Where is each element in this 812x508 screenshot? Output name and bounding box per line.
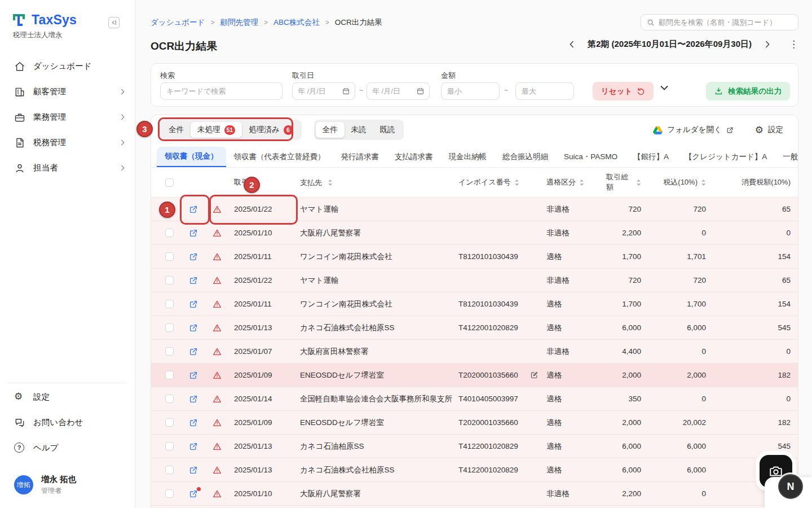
column-qualification[interactable]: 適格区分: [543, 177, 606, 187]
breadcrumb-clients[interactable]: 顧問先管理: [220, 17, 258, 28]
table-row[interactable]: 2025/01/09 ENEOSDDセルフ堺岩室 T2020001035660 …: [151, 364, 798, 387]
doc-tab-領収書（代表者立替経費）[interactable]: 領収書（代表者立替経費）: [226, 147, 333, 167]
doc-tab-支払請求書[interactable]: 支払請求書: [387, 147, 441, 167]
breadcrumb-company[interactable]: ABC株式会社: [273, 17, 320, 28]
sidebar-item-staff[interactable]: 担当者: [0, 155, 135, 181]
table-row[interactable]: 2025/01/07 大阪府富田林警察署 非適格 4,400 0 0: [151, 340, 798, 364]
user-profile[interactable]: 増拓 増永 拓也 管理者: [14, 474, 76, 496]
sidebar-item-settings[interactable]: ⚙ 設定: [0, 384, 135, 410]
table-row[interactable]: 2025/01/22 ヤマト運輸 非適格 720 720 65: [151, 198, 798, 221]
open-record-icon[interactable]: [189, 323, 198, 332]
row-checkbox[interactable]: [165, 442, 174, 450]
open-record-icon[interactable]: [189, 371, 198, 380]
doc-tab-総合振込明細[interactable]: 総合振込明細: [495, 147, 556, 167]
keyword-filter-input[interactable]: [160, 82, 283, 100]
period-label[interactable]: 第2期 (2025年10月01日〜2026年09月30日): [588, 39, 752, 50]
sidebar-item-contact[interactable]: お問い合わせ: [0, 410, 135, 435]
row-checkbox[interactable]: [165, 205, 174, 213]
open-record-icon[interactable]: [189, 252, 198, 261]
n-extension-button[interactable]: N: [778, 474, 803, 499]
status-tab-処理済み[interactable]: 処理済み 6: [242, 122, 299, 138]
sort-icon[interactable]: [514, 179, 519, 186]
table-row[interactable]: 2025/01/11 ワンコイン南花田株式会社 T8120101030439 適…: [151, 292, 798, 316]
row-checkbox[interactable]: [165, 395, 174, 403]
amount-min-input[interactable]: [441, 82, 500, 100]
row-checkbox[interactable]: [165, 252, 174, 261]
table-row[interactable]: 2025/01/10 大阪府八尾警察署 非適格 2,200 0 0: [151, 221, 798, 245]
column-tax-amount[interactable]: 消費税額(10%): [713, 177, 798, 187]
status-tab-全件[interactable]: 全件: [162, 122, 191, 138]
doc-tab-発行請求書[interactable]: 発行請求書: [333, 147, 387, 167]
sidebar-item-tax[interactable]: 税務管理: [0, 130, 135, 155]
period-next-icon[interactable]: [763, 38, 772, 50]
sort-icon[interactable]: [701, 179, 706, 186]
doc-tab-【銀行】A[interactable]: 【銀行】A: [625, 147, 677, 167]
table-row[interactable]: 2025/01/22 ヤマト運輸 非適格 720 720 65: [151, 269, 798, 292]
table-row[interactable]: 2025/01/13 カネコ石油柏原SS T4122001020829 適格 6…: [151, 435, 798, 458]
amount-max-input[interactable]: [515, 82, 574, 100]
open-record-icon[interactable]: [189, 300, 198, 309]
column-total[interactable]: 取引総額: [606, 172, 648, 192]
sort-icon[interactable]: [579, 179, 584, 186]
column-payee[interactable]: 支払先: [295, 168, 454, 198]
table-settings-link[interactable]: ⚙ 設定: [755, 125, 783, 135]
doc-tab-Suica・PASMO[interactable]: Suica・PASMO: [556, 147, 625, 167]
date-to-input[interactable]: 年 /月/日: [367, 82, 430, 100]
breadcrumb-dashboard[interactable]: ダッシュボード: [151, 17, 205, 28]
status-tab-未処理[interactable]: 未処理 51: [191, 122, 242, 138]
open-record-icon[interactable]: [189, 395, 198, 404]
row-checkbox[interactable]: [165, 323, 174, 332]
chevron-down-icon[interactable]: [660, 85, 668, 90]
client-search-input[interactable]: [659, 18, 792, 27]
table-row[interactable]: 2025/01/09 ENEOSDDセルフ堺岩室 T2020001035660 …: [151, 411, 798, 435]
read-tab-全件[interactable]: 全件: [316, 122, 345, 138]
table-row[interactable]: 2025/01/14 全国軽自動車協会連合会大阪事務所和泉支所 T4010405…: [151, 387, 798, 411]
row-checkbox[interactable]: [165, 418, 174, 427]
row-checkbox[interactable]: [165, 466, 174, 474]
read-tab-未読[interactable]: 未読: [345, 122, 373, 138]
column-date[interactable]: 取引日: [227, 177, 295, 187]
open-record-icon[interactable]: [189, 466, 198, 475]
sidebar-item-operations[interactable]: 業務管理: [0, 104, 135, 130]
doc-tab-現金出納帳[interactable]: 現金出納帳: [441, 147, 495, 167]
open-record-icon[interactable]: [189, 442, 198, 451]
column-tax-included[interactable]: 税込(10%): [648, 177, 713, 187]
open-folder-link[interactable]: フォルダを開く: [653, 125, 733, 135]
sidebar-item-dashboard[interactable]: ダッシュボード: [0, 54, 135, 79]
export-results-button[interactable]: 検索結果の出力: [706, 82, 790, 100]
row-checkbox[interactable]: [165, 300, 174, 308]
open-record-icon[interactable]: [189, 489, 198, 498]
row-checkbox[interactable]: [165, 229, 174, 237]
doc-tab-一般医療費[interactable]: 一般医療費: [775, 147, 798, 167]
table-row[interactable]: 2025/01/10 大阪府八尾警察署 非適格 2,200 0 0: [151, 482, 798, 506]
open-record-icon[interactable]: [189, 347, 198, 356]
sidebar-item-help[interactable]: ヘルプ: [0, 435, 135, 461]
column-invoice[interactable]: インボイス番号: [454, 177, 543, 187]
row-checkbox[interactable]: [165, 489, 174, 498]
open-record-icon[interactable]: [189, 276, 198, 285]
table-row[interactable]: 2025/01/13 カネコ石油株式会社柏原SS T4122001020829 …: [151, 458, 798, 482]
row-checkbox[interactable]: [165, 371, 174, 379]
table-row[interactable]: 2025/01/13 カネコ石油株式会社柏原SS T4122001020829 …: [151, 316, 798, 340]
row-checkbox[interactable]: [165, 276, 174, 284]
date-from-input[interactable]: 年 /月/日: [292, 82, 355, 100]
client-search-box[interactable]: [641, 14, 798, 30]
sort-icon[interactable]: [328, 179, 333, 186]
sidebar-collapse-icon[interactable]: [108, 17, 120, 28]
more-options-icon[interactable]: ⋮: [789, 38, 798, 50]
period-prev-icon[interactable]: [567, 38, 576, 50]
open-record-icon[interactable]: [189, 229, 198, 238]
read-tab-既読[interactable]: 既読: [373, 122, 402, 138]
reset-button[interactable]: リセット: [593, 82, 654, 100]
total-amount: 1,700: [606, 252, 648, 261]
table-row[interactable]: 2025/01/11 ワンコイン南花田株式会社 T8120101030439 適…: [151, 245, 798, 269]
doc-tab-領収書（現金）[interactable]: 領収書（現金）: [157, 147, 226, 167]
edit-icon[interactable]: [530, 371, 539, 379]
sidebar-item-customers[interactable]: 顧客管理: [0, 79, 135, 104]
doc-tab-【クレジットカード】A[interactable]: 【クレジットカード】A: [677, 147, 775, 167]
select-all-checkbox[interactable]: [165, 178, 174, 187]
open-record-icon[interactable]: [189, 418, 198, 427]
sort-icon[interactable]: [636, 179, 641, 186]
open-record-icon[interactable]: [189, 205, 198, 214]
row-checkbox[interactable]: [165, 347, 174, 356]
